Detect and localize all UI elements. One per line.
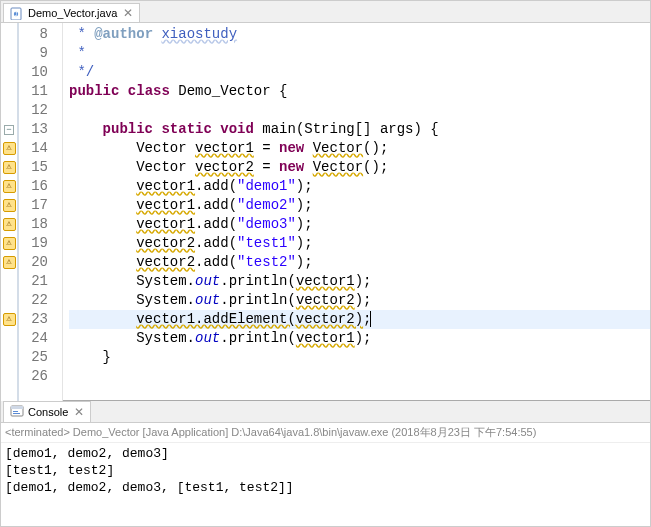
editor-tab[interactable]: J Demo_Vector.java ✕: [3, 3, 140, 22]
line-number: 15: [19, 158, 48, 177]
code-line[interactable]: System.out.println(vector2);: [69, 291, 650, 310]
code-line[interactable]: System.out.println(vector1);: [69, 329, 650, 348]
gutter-icon-slot: [1, 291, 17, 310]
code-line[interactable]: vector1.add("demo2");: [69, 196, 650, 215]
code-line[interactable]: System.out.println(vector1);: [69, 272, 650, 291]
gutter-icon-slot: ⚠: [1, 253, 17, 272]
console-line: [demo1, demo2, demo3]: [5, 445, 646, 462]
close-icon[interactable]: ✕: [123, 6, 133, 20]
gutter-icon-slot: [1, 82, 17, 101]
line-number-gutter: 891011121314151617181920212223242526: [19, 23, 63, 401]
gutter-icon-column: −⚠⚠⚠⚠⚠⚠⚠⚠: [1, 23, 19, 401]
line-number: 22: [19, 291, 48, 310]
console-tab[interactable]: Console ✕: [3, 401, 91, 422]
console-pane: Console ✕ <terminated> Demo_Vector [Java…: [1, 401, 650, 527]
svg-rect-6: [13, 413, 20, 414]
warning-icon[interactable]: ⚠: [3, 218, 16, 231]
console-line: [demo1, demo2, demo3, [test1, test2]]: [5, 479, 646, 496]
line-number: 16: [19, 177, 48, 196]
gutter-icon-slot: ⚠: [1, 310, 17, 329]
console-icon: [10, 404, 24, 420]
code-line[interactable]: }: [69, 348, 650, 367]
editor-tab-label: Demo_Vector.java: [28, 7, 117, 19]
line-number: 11: [19, 82, 48, 101]
close-icon[interactable]: ✕: [74, 405, 84, 419]
gutter-icon-slot: ⚠: [1, 196, 17, 215]
gutter-icon-slot: [1, 101, 17, 120]
gutter-icon-slot: [1, 44, 17, 63]
code-line[interactable]: vector1.add("demo1");: [69, 177, 650, 196]
line-number: 18: [19, 215, 48, 234]
console-line: [test1, test2]: [5, 462, 646, 479]
gutter-icon-slot: ⚠: [1, 139, 17, 158]
line-number: 26: [19, 367, 48, 386]
line-number: 13: [19, 120, 48, 139]
editor-pane: J Demo_Vector.java ✕ −⚠⚠⚠⚠⚠⚠⚠⚠ 891011121…: [1, 1, 650, 401]
code-line[interactable]: *: [69, 44, 650, 63]
console-tab-label: Console: [28, 406, 68, 418]
warning-icon[interactable]: ⚠: [3, 199, 16, 212]
code-line[interactable]: public static void main(String[] args) {: [69, 120, 650, 139]
gutter-icon-slot: ⚠: [1, 177, 17, 196]
line-number: 21: [19, 272, 48, 291]
code-line[interactable]: public class Demo_Vector {: [69, 82, 650, 101]
java-file-icon: J: [10, 6, 24, 20]
gutter-icon-slot: ⚠: [1, 158, 17, 177]
code-lines[interactable]: * @author xiaostudy * */public class Dem…: [63, 23, 650, 401]
gutter-icon-slot: [1, 348, 17, 367]
line-number: 17: [19, 196, 48, 215]
gutter-icon-slot: −: [1, 120, 17, 139]
fold-minus-icon[interactable]: −: [4, 125, 14, 135]
line-number: 9: [19, 44, 48, 63]
code-line[interactable]: Vector vector1 = new Vector();: [69, 139, 650, 158]
gutter-icon-slot: [1, 329, 17, 348]
warning-icon[interactable]: ⚠: [3, 142, 16, 155]
line-number: 10: [19, 63, 48, 82]
gutter-icon-slot: [1, 367, 17, 386]
gutter-icon-slot: ⚠: [1, 215, 17, 234]
gutter-icon-slot: ⚠: [1, 234, 17, 253]
svg-rect-4: [11, 406, 23, 409]
console-tab-bar: Console ✕: [1, 401, 650, 423]
line-number: 14: [19, 139, 48, 158]
svg-rect-5: [13, 411, 18, 412]
code-line[interactable]: vector1.addElement(vector2);: [69, 310, 650, 329]
editor-tab-bar: J Demo_Vector.java ✕: [1, 1, 650, 23]
gutter-icon-slot: [1, 272, 17, 291]
warning-icon[interactable]: ⚠: [3, 237, 16, 250]
warning-icon[interactable]: ⚠: [3, 313, 16, 326]
line-number: 25: [19, 348, 48, 367]
warning-icon[interactable]: ⚠: [3, 161, 16, 174]
line-number: 20: [19, 253, 48, 272]
code-line[interactable]: */: [69, 63, 650, 82]
code-line[interactable]: vector1.add("demo3");: [69, 215, 650, 234]
gutter-icon-slot: [1, 25, 17, 44]
code-line[interactable]: [69, 101, 650, 120]
code-line[interactable]: * @author xiaostudy: [69, 25, 650, 44]
code-line[interactable]: vector2.add("test2");: [69, 253, 650, 272]
code-line[interactable]: vector2.add("test1");: [69, 234, 650, 253]
console-output[interactable]: [demo1, demo2, demo3][test1, test2][demo…: [1, 443, 650, 498]
warning-icon[interactable]: ⚠: [3, 256, 16, 269]
line-number: 12: [19, 101, 48, 120]
code-area[interactable]: −⚠⚠⚠⚠⚠⚠⚠⚠ 891011121314151617181920212223…: [1, 23, 650, 401]
line-number: 19: [19, 234, 48, 253]
line-number: 8: [19, 25, 48, 44]
line-number: 24: [19, 329, 48, 348]
warning-icon[interactable]: ⚠: [3, 180, 16, 193]
code-line[interactable]: Vector vector2 = new Vector();: [69, 158, 650, 177]
console-status: <terminated> Demo_Vector [Java Applicati…: [1, 423, 650, 443]
gutter-icon-slot: [1, 63, 17, 82]
code-line[interactable]: [69, 367, 650, 386]
line-number: 23: [19, 310, 48, 329]
